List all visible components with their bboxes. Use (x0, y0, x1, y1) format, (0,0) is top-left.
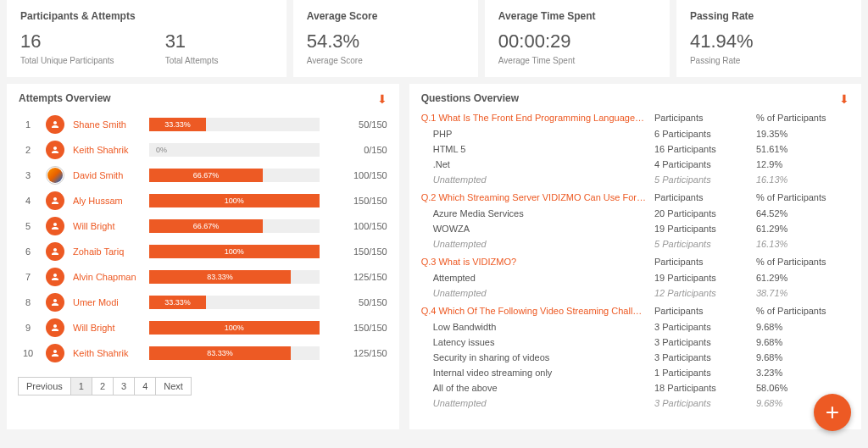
download-icon[interactable]: ⬇ (839, 92, 849, 106)
participant-name[interactable]: Keith Shahrik (73, 145, 149, 155)
add-button[interactable]: + (814, 394, 851, 431)
score-percent: 100% (225, 321, 244, 335)
attempt-row: 9Will Bright100%150/150 (19, 316, 387, 340)
participant-name[interactable]: Keith Shahrik (73, 348, 149, 358)
question-title[interactable]: Q.4 Which Of The Following Video Streami… (421, 306, 654, 316)
score-value: 150/150 (345, 246, 387, 257)
unique-participants-value: 16 (20, 30, 114, 53)
avatar[interactable] (46, 293, 64, 312)
col-participants: Participants (654, 113, 756, 123)
pager-previous[interactable]: Previous (18, 377, 71, 395)
option-row: All of the above18 Participants58.06% (421, 380, 849, 395)
avatar[interactable] (46, 268, 64, 286)
attempts-overview-panel: Attempts Overview ⬇ 1Shane Smith33.33%50… (7, 84, 399, 429)
user-icon (50, 246, 60, 257)
col-participants: Participants (654, 192, 756, 202)
pager-next[interactable]: Next (155, 377, 192, 395)
score-percent: 33.33% (164, 118, 191, 131)
download-icon[interactable]: ⬇ (377, 92, 387, 106)
option-percent: 9.68% (756, 337, 849, 347)
user-icon (50, 196, 60, 206)
question-title[interactable]: Q.1 What Is The Front End Programming La… (421, 113, 654, 123)
option-percent: 9.68% (756, 322, 849, 332)
pager-page-4[interactable]: 4 (134, 377, 156, 395)
col-percent: % of Participants (756, 113, 849, 123)
pager-page-2[interactable]: 2 (92, 377, 114, 395)
option-percent: 12.9% (756, 159, 849, 169)
stat-avg-time: Average Time Spent 00:00:29 Average Time… (485, 0, 670, 77)
option-label: Unattempted (433, 174, 654, 185)
option-label: Unattempted (433, 398, 654, 408)
option-percent: 19.35% (756, 129, 849, 139)
question-block: Q.3 What is VIDIZMO?Participants% of Par… (421, 257, 849, 301)
passing-rate-value: 41.94% (690, 30, 848, 53)
score-value: 150/150 (345, 196, 387, 206)
rank: 7 (19, 272, 37, 282)
avatar[interactable] (46, 217, 64, 235)
avatar[interactable] (46, 166, 64, 185)
option-label: All of the above (433, 383, 654, 393)
option-percent: 64.52% (756, 208, 849, 218)
score-value: 150/150 (345, 323, 387, 333)
avatar[interactable] (46, 242, 64, 261)
rank: 4 (19, 196, 37, 206)
user-icon (50, 297, 60, 307)
option-label: WOWZA (433, 224, 654, 234)
score-bar: 100% (149, 321, 320, 335)
score-bar: 66.67% (149, 219, 320, 233)
option-row: Security in sharing of videos3 Participa… (421, 350, 849, 365)
attempt-row: 2Keith Shahrik0%0/150 (19, 138, 387, 162)
participant-name[interactable]: Zohaib Tariq (73, 246, 149, 257)
score-value: 100/150 (345, 170, 387, 180)
attempt-row: 4Aly Hussam100%150/150 (19, 189, 387, 213)
avatar[interactable] (46, 318, 64, 337)
avatar[interactable] (46, 141, 64, 159)
stat-participants: Participants & Attempts 16 Total Unique … (7, 0, 287, 77)
question-title[interactable]: Q.3 What is VIDIZMO? (421, 257, 654, 267)
rank: 10 (19, 348, 37, 358)
pager-page-3[interactable]: 3 (113, 377, 135, 395)
option-label: Internal video streaming only (433, 368, 654, 378)
participant-name[interactable]: Will Bright (73, 221, 149, 231)
option-participants: 3 Participants (654, 398, 756, 408)
score-percent: 33.33% (164, 296, 191, 309)
participant-name[interactable]: Shane Smith (73, 119, 149, 130)
option-percent: 58.06% (756, 383, 849, 393)
score-percent: 66.67% (193, 219, 220, 233)
score-percent: 100% (225, 194, 244, 207)
score-bar: 33.33% (149, 118, 320, 131)
participant-name[interactable]: Alvin Chapman (73, 272, 149, 282)
option-row: Unattempted12 Participants38.71% (421, 285, 849, 301)
score-bar: 0% (149, 143, 320, 157)
participant-name[interactable]: Aly Hussam (73, 196, 149, 206)
option-percent: 9.68% (756, 352, 849, 362)
option-row: HTML 516 Participants51.61% (421, 141, 849, 157)
firefox-icon (47, 168, 63, 183)
stat-title: Average Score (307, 10, 465, 22)
option-label: Low Bandwidth (433, 322, 654, 332)
option-participants: 5 Participants (654, 239, 756, 249)
pager-page-1[interactable]: 1 (70, 377, 92, 395)
participant-name[interactable]: Will Bright (73, 323, 149, 333)
question-title[interactable]: Q.2 Which Streaming Server VIDIZMO Can U… (421, 192, 654, 202)
participant-name[interactable]: Umer Modi (73, 297, 149, 307)
passing-rate-label: Passing Rate (690, 56, 848, 65)
option-row: Latency issues3 Participants9.68% (421, 335, 849, 350)
score-percent: 66.67% (193, 169, 220, 182)
avatar[interactable] (46, 191, 64, 210)
avatar[interactable] (46, 115, 64, 134)
option-participants: 3 Participants (654, 322, 756, 332)
option-row: Unattempted5 Participants16.13% (421, 172, 849, 187)
avatar[interactable] (46, 344, 64, 362)
stat-avg-score: Average Score 54.3% Average Score (293, 0, 478, 77)
score-value: 50/150 (345, 119, 387, 130)
option-label: .Net (433, 159, 654, 169)
option-label: Unattempted (433, 288, 654, 298)
option-participants: 19 Participants (654, 224, 756, 234)
participant-name[interactable]: David Smith (73, 170, 149, 180)
stat-title: Participants & Attempts (20, 10, 273, 22)
option-row: PHP6 Participants19.35% (421, 126, 849, 141)
user-icon (50, 272, 60, 282)
avg-score-label: Average Score (307, 56, 465, 65)
option-row: Unattempted3 Participants9.68% (421, 395, 849, 411)
